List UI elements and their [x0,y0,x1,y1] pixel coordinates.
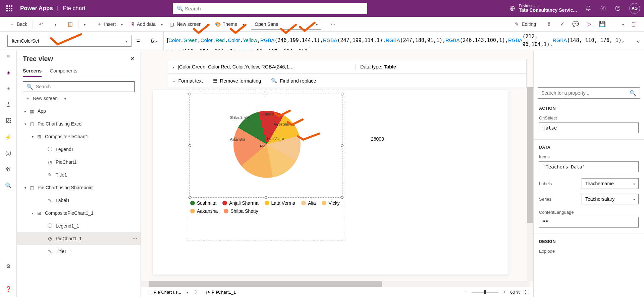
tools-rail-icon[interactable]: 🛠 [5,166,12,172]
hamburger-icon[interactable]: ≡ [5,53,12,60]
paste-button[interactable]: 📋 [65,19,75,29]
tree-new-screen[interactable]: ＋ New screen [17,92,141,105]
section-action: ACTION [534,103,644,113]
app-launcher-icon[interactable] [4,3,15,14]
add-data-button[interactable]: 🗄Add data [127,19,165,29]
section-data: DATA [534,142,644,152]
breadcrumb-control[interactable]: ◔PieChart1_1 [203,289,238,295]
app-icon: ▦ [29,108,35,114]
format-icon: ≡ [173,78,175,84]
preview-icon[interactable]: ▷ [586,21,592,28]
settings-rail-icon[interactable]: ⚙ [5,263,12,269]
find-replace-button[interactable]: 🔍Find and replace [271,78,316,84]
help-rail-icon[interactable]: ❓ [5,286,12,292]
tab-screens[interactable]: Screens [23,65,42,77]
fx-button[interactable]: fx [145,32,164,50]
series-select[interactable]: Teachersalary [582,194,639,204]
tree-item-group[interactable]: ⊞CompositePieChart1_1 [17,207,141,219]
user-avatar[interactable]: AG [629,3,640,14]
paste-chevron[interactable] [81,19,88,29]
expand-formula-icon[interactable]: ⌄ [632,32,644,50]
fit-icon[interactable]: ⛶ [525,290,529,295]
share-icon[interactable]: ⇪ [545,21,552,28]
insert-button[interactable]: ＋Insert [94,19,125,29]
new-screen-button[interactable]: ▢New screen [167,19,211,29]
overflow-button[interactable]: ⋯ [328,19,338,29]
undo-button[interactable]: ↶ [36,19,46,29]
property-search[interactable]: 🔍 [538,87,640,99]
tree-item-legend[interactable]: ⓘLegend1 [17,143,141,156]
variables-rail-icon[interactable]: (𝑥) [5,150,12,156]
search-rail-icon[interactable]: 🔍 [5,182,12,189]
notifications-icon[interactable] [585,5,592,12]
checker-icon[interactable]: ✓ [559,21,566,28]
tree-item-title[interactable]: ✎Title1_1 [17,245,141,258]
font-select[interactable]: Open Sans [251,19,321,30]
label-icon: ✎ [47,248,53,254]
properties-panel: 🔍 ACTION OnSelect false DATA Items 'Teac… [533,50,644,297]
formula-input[interactable]: [Color.Green, Color.Red, Color.Yellow, R… [164,32,632,50]
search-icon: 🔍 [177,5,183,12]
tree-item-screen[interactable]: ▢Pie Chart using Excel [17,117,141,130]
comments-icon[interactable]: 💬 [572,21,579,28]
data-rail-icon[interactable]: 🗄 [5,101,12,108]
tree-item-piechart-selected[interactable]: ◔PieChart1_1⋯ [17,232,141,245]
help-icon[interactable] [614,5,621,12]
labels-select[interactable]: Teachername [582,178,639,189]
horizontal-scrollbar[interactable] [141,281,529,287]
tree-item-title[interactable]: ✎Title1 [17,168,141,181]
tab-components[interactable]: Components [50,65,77,77]
chart-selection-frame[interactable]: Sushmita Anjali Sharma Lata Verma Alia A… [186,90,346,241]
items-input[interactable]: 'Teachers Data' [539,161,639,172]
back-button[interactable]: ←Back [7,19,30,29]
contentlang-input[interactable]: "" [539,217,639,228]
flows-rail-icon[interactable]: ⚡ [5,134,12,140]
vertical-scrollbar[interactable] [527,87,533,281]
save-icon[interactable]: 💾 [599,21,606,28]
undo-chevron[interactable] [52,19,59,29]
search-icon: 🔍 [26,84,33,90]
piechart-icon: ◔ [47,159,53,165]
status-bar: ▢Pie Chart us... 〉 ◔PieChart1_1 − + 60 %… [141,287,533,297]
publish-icon[interactable]: ⬚ [631,21,637,28]
tree-view-icon[interactable]: ◈ [5,69,12,76]
search-icon: 🔍 [271,78,277,84]
global-search[interactable]: 🔍 [173,3,367,14]
zoom-slider[interactable] [472,292,498,293]
tree-item-group[interactable]: ⊞CompositePieChart1 [17,130,141,143]
piechart-icon: ◔ [206,290,210,295]
plus-icon: ＋ [25,95,30,101]
remove-formatting-button[interactable]: ☰Remove formatting [213,78,261,84]
property-search-input[interactable] [541,90,630,96]
equals-sign: = [131,32,145,50]
tree-item-label[interactable]: ✎Label1 [17,194,141,207]
zoom-out-icon[interactable]: − [464,290,467,295]
tree-item-piechart[interactable]: ◔PieChart1 [17,156,141,168]
tree-item-app[interactable]: ▦App [17,105,141,117]
more-icon[interactable]: ⋯ [132,236,137,241]
theme-button[interactable]: 🎨Theme [213,19,247,29]
tree-search[interactable]: 🔍 [23,81,135,92]
save-chevron[interactable] [622,21,624,27]
tree-item-screen[interactable]: ▢Pie Chart using Sharepoint [17,181,141,194]
property-dropdown[interactable]: ItemColorSet [7,35,131,47]
tree-item-legend[interactable]: ⓘLegend1_1 [17,219,141,232]
environment-picker[interactable]: Environment Tata Consultancy Servic... [519,4,577,13]
settings-gear-icon[interactable] [600,5,606,12]
canvas-page[interactable]: Sushmita Anjali Sharma Lata Verma Alia A… [153,90,508,275]
pie-chart [233,111,301,178]
search-icon: 🔍 [630,90,636,96]
result-chevron[interactable] [173,64,174,69]
onselect-input[interactable]: false [539,122,639,133]
breadcrumb-screen[interactable]: ▢Pie Chart us... [145,289,191,295]
media-rail-icon[interactable]: 🖼 [5,117,12,124]
section-design: DESIGN [534,237,644,247]
format-text-button[interactable]: ≡Format text [173,78,203,84]
tree-search-input[interactable] [36,84,131,89]
zoom-in-icon[interactable]: + [503,290,506,295]
close-icon[interactable]: ✕ [130,56,135,62]
editing-mode[interactable]: ✎Editing [512,19,539,29]
insert-rail-icon[interactable]: ＋ [5,85,12,92]
global-search-input[interactable] [185,6,363,11]
app-header: Power Apps | Pie chart 🔍 Environment Tat… [0,0,644,17]
